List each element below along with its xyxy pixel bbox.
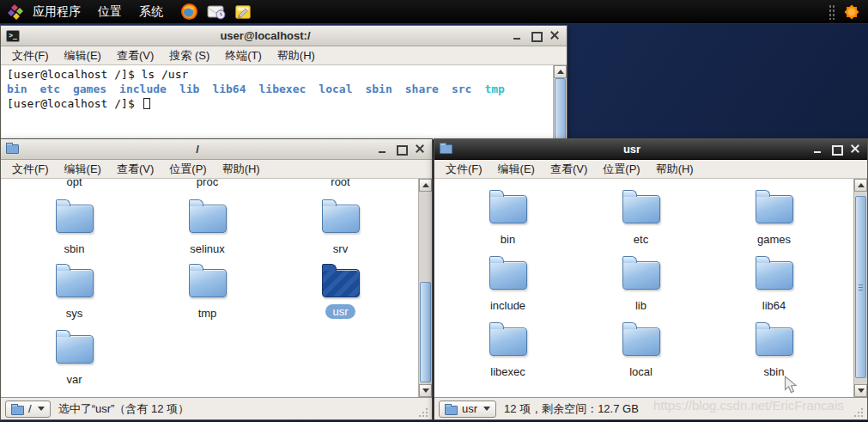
dir-entry: lib — [179, 83, 199, 95]
system-menu[interactable]: 系统 — [131, 1, 172, 23]
folder-item-libexec[interactable]: libexec — [441, 327, 574, 378]
root-fm-scrollbar[interactable] — [418, 179, 432, 397]
maximize-button[interactable] — [830, 144, 843, 155]
menu-search[interactable]: 搜索 (S) — [161, 46, 217, 65]
chevron-down-icon — [38, 407, 45, 411]
folder-item-var[interactable]: var — [8, 335, 141, 386]
terminal-line-prompt: [user@localhost /]$ — [7, 96, 567, 111]
folder-label: tmp — [198, 307, 217, 320]
resize-grip[interactable] — [426, 408, 428, 410]
folder-item-games[interactable]: games — [707, 195, 841, 246]
folder-item-lib64[interactable]: lib64 — [707, 261, 841, 312]
folder-icon-selected — [322, 269, 360, 297]
scrollbar-thumb[interactable] — [420, 282, 431, 382]
usr-fm-scrollbar[interactable] — [853, 179, 867, 397]
menu-help[interactable]: 帮助(H) — [215, 160, 268, 179]
menu-terminal[interactable]: 终端(T) — [217, 46, 270, 65]
scrollbar-thumb[interactable] — [855, 196, 866, 378]
minimize-button[interactable] — [811, 144, 824, 155]
root-fm-titlebar[interactable]: / — [1, 139, 432, 160]
folder-item-sbin[interactable]: sbin — [707, 327, 841, 378]
menu-places[interactable]: 位置(P) — [161, 160, 214, 179]
folder-icon — [489, 327, 527, 356]
menu-places[interactable]: 位置(P) — [595, 160, 647, 179]
folder-label: games — [757, 233, 791, 246]
folder-item-etc[interactable]: etc — [574, 195, 707, 246]
menu-edit[interactable]: 编辑(E) — [57, 160, 109, 179]
folder-icon — [756, 327, 793, 356]
folder-mini-icon — [11, 406, 24, 415]
notes-icon[interactable] — [234, 3, 252, 21]
folder-item-opt[interactable]: opt — [8, 179, 141, 188]
chevron-up-icon — [557, 70, 564, 74]
folder-label: selinux — [190, 242, 224, 255]
folder-label: sys — [66, 307, 83, 320]
folder-item-root[interactable]: root — [274, 179, 407, 188]
dir-entry: etc — [39, 83, 59, 95]
menu-view[interactable]: 查看(V) — [109, 46, 161, 65]
scrollbar-thumb[interactable] — [555, 78, 566, 139]
applications-menu[interactable]: 应用程序 — [24, 1, 89, 23]
terminal-scrollbar[interactable] — [553, 65, 567, 139]
folder-item-usr-selected[interactable]: usr — [274, 269, 407, 320]
folder-item-tmp[interactable]: tmp — [141, 269, 274, 320]
folder-item-sbin[interactable]: sbin — [8, 205, 141, 255]
scroll-up-button[interactable] — [419, 179, 432, 192]
menu-help[interactable]: 帮助(H) — [270, 46, 323, 65]
scroll-up-button[interactable] — [854, 179, 867, 192]
menu-file[interactable]: 文件(F) — [4, 160, 57, 179]
scroll-up-button[interactable] — [554, 65, 567, 78]
scroll-down-button[interactable] — [419, 384, 432, 397]
updates-icon[interactable] — [842, 3, 861, 21]
menu-edit[interactable]: 编辑(E) — [490, 160, 543, 179]
menu-file[interactable]: 文件(F) — [4, 46, 57, 65]
dir-entry-tmp: tmp — [484, 83, 504, 95]
chevron-down-icon — [422, 388, 429, 393]
dir-entry: local — [319, 83, 352, 95]
close-button[interactable] — [414, 144, 427, 155]
location-combobox[interactable]: usr — [439, 401, 496, 418]
root-fm-menubar: 文件(F) 编辑(E) 查看(V) 位置(P) 帮助(H) — [1, 160, 432, 179]
folder-item-sys[interactable]: sys — [8, 269, 141, 320]
menu-file[interactable]: 文件(F) — [438, 160, 490, 179]
places-menu[interactable]: 位置 — [89, 1, 131, 23]
terminal-output-area[interactable]: [user@localhost /]$ ls /usr binetcgamesi… — [1, 65, 567, 139]
menu-view[interactable]: 查看(V) — [543, 160, 595, 179]
folder-item-include[interactable]: include — [441, 261, 574, 312]
menu-help[interactable]: 帮助(H) — [648, 160, 701, 179]
terminal-titlebar[interactable]: >_ user@localhost:/ — [1, 26, 567, 46]
usr-fm-titlebar[interactable]: usr — [434, 139, 867, 160]
close-button[interactable] — [849, 144, 862, 155]
maximize-button[interactable] — [530, 30, 543, 41]
terminal-window: >_ user@localhost:/ 文件(F) 编辑(E) 查看(V) 搜索… — [0, 25, 568, 140]
folder-label: sbin — [764, 365, 785, 378]
scroll-down-button[interactable] — [854, 384, 867, 397]
folder-item-proc[interactable]: proc — [141, 179, 274, 188]
menu-edit[interactable]: 编辑(E) — [57, 46, 109, 65]
chevron-down-icon — [483, 407, 490, 411]
close-button[interactable] — [549, 30, 561, 41]
mouse-cursor-icon — [784, 376, 798, 399]
folder-item-lib[interactable]: lib — [574, 261, 707, 312]
maximize-button[interactable] — [395, 144, 408, 155]
menu-view[interactable]: 查看(V) — [109, 160, 161, 179]
minimize-button[interactable] — [511, 30, 524, 41]
usr-fm-menubar: 文件(F) 编辑(E) 查看(V) 位置(P) 帮助(H) — [434, 160, 867, 179]
minimize-button[interactable] — [376, 144, 389, 155]
root-fm-icon-view[interactable]: opt proc root sbin selinux srv sys tmp u… — [1, 179, 432, 397]
dir-entry: include — [119, 83, 167, 95]
usr-fm-icon-view[interactable]: bin etc games include lib lib64 libexec … — [434, 179, 867, 397]
folder-item-bin[interactable]: bin — [441, 195, 574, 246]
folder-label: bin — [501, 233, 515, 246]
firefox-icon[interactable] — [180, 3, 198, 21]
folder-icon — [489, 195, 527, 223]
folder-icon — [189, 269, 227, 297]
folder-item-local[interactable]: local — [574, 327, 707, 378]
folder-item-srv[interactable]: srv — [274, 205, 407, 255]
terminal-line-command: [user@localhost /]$ ls /usr — [7, 67, 567, 82]
distro-logo-icon[interactable] — [7, 3, 24, 21]
folder-item-selinux[interactable]: selinux — [141, 205, 274, 255]
location-combobox[interactable]: / — [5, 401, 51, 418]
panel-drag-handle-icon[interactable] — [829, 4, 835, 20]
evolution-mail-icon[interactable] — [207, 3, 226, 21]
